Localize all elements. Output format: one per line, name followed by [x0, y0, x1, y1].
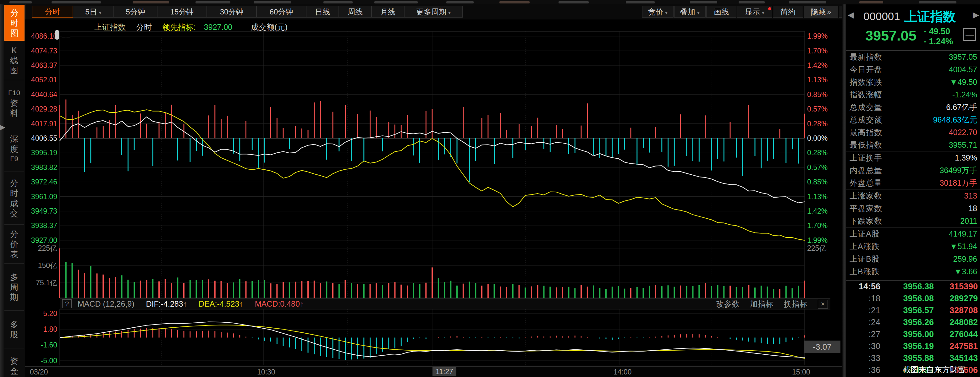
- toolbar-button-simple[interactable]: 简约: [773, 6, 803, 17]
- next-stock-arrow-icon[interactable]: ▶: [973, 10, 979, 20]
- axis-label: -5.00: [41, 356, 57, 365]
- sidebar-item-label: 金: [10, 366, 18, 376]
- sidebar-item-2[interactable]: F10资料: [5, 80, 24, 126]
- stat-value: ▼3.66: [954, 265, 977, 278]
- button-label: 隐藏: [811, 8, 826, 16]
- tick-price: 3956.26: [880, 317, 934, 328]
- add-indicator-button[interactable]: 加指标: [750, 299, 773, 308]
- sidebar-item-7[interactable]: 多股: [5, 311, 24, 348]
- tab-period-9[interactable]: 更多周期▾: [404, 6, 463, 17]
- axis-label: 1.70%: [807, 221, 827, 230]
- tab-period-5[interactable]: 60分钟: [256, 6, 306, 17]
- crosshair-plus-icon: [62, 33, 70, 41]
- stat-label: 指数涨跌: [850, 76, 882, 88]
- tab-period-1[interactable]: 5日▾: [73, 6, 114, 17]
- stat-value: 4022.70: [949, 126, 977, 138]
- tick-row[interactable]: :303956.19247581: [846, 340, 980, 352]
- axis-label: 75.1亿: [36, 279, 57, 287]
- axis-labels: 4086.104074.734063.374052.014040.644029.…: [31, 30, 827, 365]
- toolbar-button-hide[interactable]: 隐藏»: [804, 6, 838, 17]
- switch-indicator-button[interactable]: 换指标: [784, 299, 807, 308]
- grid-lines: [60, 32, 805, 365]
- sidebar-item-4[interactable]: 分时成交: [5, 172, 24, 224]
- change-params-button[interactable]: 改参数: [716, 299, 740, 308]
- sidebar-item-5[interactable]: 分价表: [5, 225, 24, 264]
- stat-value: -1.24%: [952, 88, 977, 101]
- sidebar-collapse-arrow-icon[interactable]: ▶: [0, 122, 5, 133]
- tab-period-6[interactable]: 日线: [306, 6, 339, 17]
- macd-macd-value: MACD:0.480↑: [255, 299, 304, 308]
- tick-row[interactable]: :333955.88345143: [846, 352, 980, 364]
- tick-row[interactable]: :273956.00276044: [846, 328, 980, 340]
- tab-period-3[interactable]: 15分钟: [157, 6, 207, 17]
- sidebar-item-3[interactable]: 深度F9: [5, 126, 24, 172]
- stat-value: ▼49.50: [950, 76, 977, 88]
- stat-row: 上涨家数313: [846, 189, 980, 202]
- tick-time: :30: [846, 340, 880, 352]
- sidebar-item-label: 图: [10, 28, 19, 38]
- stat-value: 4149.17: [949, 227, 977, 240]
- axis-label: 0.57%: [807, 105, 827, 113]
- clipped-menu-fragment: [51, 1, 101, 3]
- panel-splitter[interactable]: [842, 5, 845, 377]
- stat-label: 总成交量: [850, 101, 882, 113]
- tab-period-8[interactable]: 月线: [372, 6, 404, 17]
- tick-row[interactable]: :243956.26248082: [846, 317, 980, 328]
- clipped-menu-fragment: [739, 1, 765, 3]
- axis-label: 3995.19: [31, 149, 57, 157]
- tab-period-4[interactable]: 30分钟: [207, 6, 256, 17]
- view-sidebar: 分时图K线图F10资料深度F9分时成交分价表多周期多股资金: [0, 5, 25, 377]
- toolbar-button-drawline[interactable]: 画线: [706, 6, 737, 17]
- chart-canvas[interactable]: 4086.104074.734063.374052.014040.644029.…: [25, 19, 845, 377]
- axis-label: 0.28%: [807, 149, 827, 157]
- axis-label: 1.13%: [807, 192, 827, 201]
- tick-time: :24: [846, 317, 880, 328]
- stat-label: 外盘总量: [850, 177, 882, 189]
- time-axis-label: 15:00: [792, 368, 810, 376]
- clipped-top-menu-bar: [0, 0, 980, 5]
- tick-time: 14:56: [846, 280, 880, 293]
- macd-legend-row: ? MACD (12,26,9) DIF:-4.283↑ DEA:-4.523↑…: [60, 299, 830, 309]
- sidebar-item-label: 多: [10, 272, 18, 282]
- sidebar-item-0[interactable]: 分时图: [5, 5, 24, 41]
- tab-period-2[interactable]: 5分钟: [114, 6, 157, 17]
- price-change: - 49.50 - 1.24%: [924, 26, 953, 46]
- stat-label: 上证B股: [850, 253, 880, 265]
- toolbar-button-auction[interactable]: 竞价▾: [642, 6, 673, 17]
- chevron-down-icon: ▾: [665, 10, 668, 15]
- stat-label: 上B涨跌: [850, 265, 880, 278]
- stat-label: 上证A股: [850, 227, 880, 240]
- axis-label: 1.42%: [807, 207, 827, 215]
- tick-row[interactable]: 14:563956.38315390: [846, 280, 980, 293]
- time-axis-label: 10:30: [257, 368, 275, 376]
- clipped-menu-fragment: [919, 1, 956, 3]
- tab-label: 日线: [315, 8, 330, 16]
- stat-row: 上证A股4149.17: [846, 227, 980, 240]
- tick-row[interactable]: :213956.57328708: [846, 304, 980, 317]
- intraday-chart-region[interactable]: 上证指数 分时 领先指标:3927.00 成交额(元) 4086.104074.…: [25, 19, 845, 377]
- tick-row[interactable]: :183956.08289279: [846, 293, 980, 304]
- toolbar-button-display[interactable]: 显示▾: [737, 6, 772, 17]
- axis-label: 0.00%: [807, 134, 827, 142]
- tab-label: 15分钟: [170, 8, 194, 16]
- tab-fenshi[interactable]: 分时: [32, 6, 73, 17]
- stat-label: 内盘总量: [850, 164, 882, 177]
- indicator-help-icon[interactable]: ?: [62, 299, 72, 308]
- tick-list[interactable]: 14:563956.38315390:183956.08289279:21395…: [846, 280, 980, 377]
- toolbar-button-overlay[interactable]: 叠加▾: [674, 6, 706, 17]
- tab-period-7[interactable]: 周线: [339, 6, 372, 17]
- chevron-down-icon: ▾: [448, 10, 451, 15]
- close-indicator-icon[interactable]: ×: [818, 300, 828, 309]
- collapse-panel-button[interactable]: —: [963, 28, 976, 41]
- sidebar-item-label: 时: [10, 18, 19, 28]
- prev-stock-arrow-icon[interactable]: ◀: [848, 10, 854, 20]
- sidebar-scroll-rail[interactable]: [0, 5, 4, 377]
- sidebar-item-8[interactable]: 资金: [5, 349, 24, 377]
- stat-row: 总成交量6.67亿手: [846, 101, 980, 113]
- sidebar-item-label: 周: [10, 282, 18, 292]
- sidebar-item-label: 成: [10, 198, 18, 208]
- sidebar-item-1[interactable]: K线图: [5, 41, 24, 80]
- sidebar-item-6[interactable]: 多周期: [5, 264, 24, 311]
- watermark: 截图来自东方财富: [903, 364, 966, 375]
- stat-label: 平盘家数: [850, 202, 882, 215]
